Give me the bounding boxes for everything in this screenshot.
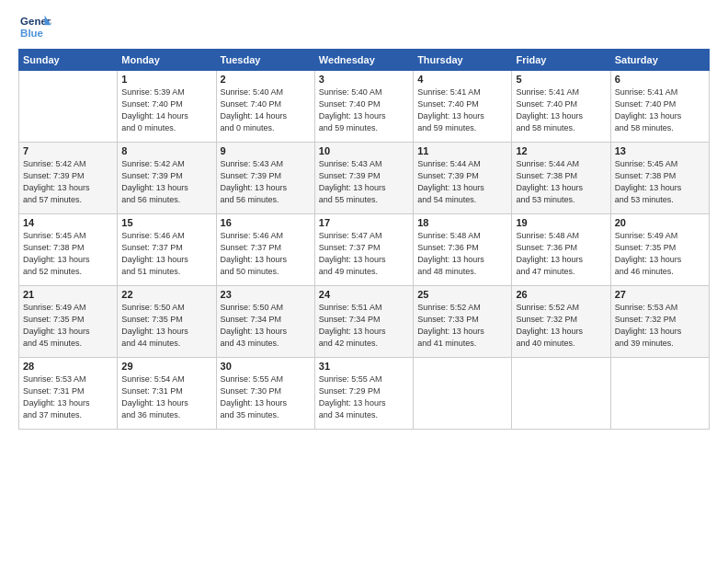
calendar-cell: 13Sunrise: 5:45 AM Sunset: 7:38 PM Dayli… (610, 143, 709, 214)
calendar-cell: 6Sunrise: 5:41 AM Sunset: 7:40 PM Daylig… (610, 71, 709, 143)
day-number: 2 (221, 74, 311, 85)
day-info: Sunrise: 5:55 AM Sunset: 7:30 PM Dayligh… (221, 373, 311, 421)
calendar-cell: 29Sunrise: 5:54 AM Sunset: 7:31 PM Dayli… (118, 358, 216, 430)
day-number: 6 (615, 74, 705, 85)
day-number: 20 (615, 217, 705, 228)
day-info: Sunrise: 5:44 AM Sunset: 7:39 PM Dayligh… (417, 158, 507, 206)
calendar-cell (414, 358, 512, 430)
day-info: Sunrise: 5:41 AM Sunset: 7:40 PM Dayligh… (516, 86, 606, 134)
calendar-cell: 15Sunrise: 5:46 AM Sunset: 7:37 PM Dayli… (118, 214, 216, 286)
calendar-week-1: 1Sunrise: 5:39 AM Sunset: 7:40 PM Daylig… (19, 71, 710, 143)
calendar-cell: 16Sunrise: 5:46 AM Sunset: 7:37 PM Dayli… (216, 214, 314, 286)
calendar-week-5: 28Sunrise: 5:53 AM Sunset: 7:31 PM Dayli… (19, 358, 710, 430)
calendar-cell: 26Sunrise: 5:52 AM Sunset: 7:32 PM Dayli… (512, 286, 610, 358)
day-number: 15 (121, 217, 211, 228)
calendar-cell: 24Sunrise: 5:51 AM Sunset: 7:34 PM Dayli… (314, 286, 413, 358)
day-number: 22 (121, 289, 211, 300)
day-info: Sunrise: 5:51 AM Sunset: 7:34 PM Dayligh… (319, 302, 409, 350)
col-header-sunday: Sunday (19, 50, 118, 71)
calendar-cell: 22Sunrise: 5:50 AM Sunset: 7:35 PM Dayli… (118, 286, 216, 358)
day-info: Sunrise: 5:41 AM Sunset: 7:40 PM Dayligh… (615, 86, 705, 134)
calendar-cell: 17Sunrise: 5:47 AM Sunset: 7:37 PM Dayli… (314, 214, 413, 286)
day-number: 14 (23, 217, 113, 228)
calendar-cell: 4Sunrise: 5:41 AM Sunset: 7:40 PM Daylig… (414, 71, 512, 143)
day-info: Sunrise: 5:54 AM Sunset: 7:31 PM Dayligh… (121, 373, 211, 421)
day-number: 10 (319, 145, 409, 156)
calendar-header-row: SundayMondayTuesdayWednesdayThursdayFrid… (19, 50, 710, 71)
day-number: 8 (121, 145, 211, 156)
calendar-cell: 27Sunrise: 5:53 AM Sunset: 7:32 PM Dayli… (610, 286, 709, 358)
col-header-friday: Friday (512, 50, 610, 71)
day-info: Sunrise: 5:49 AM Sunset: 7:35 PM Dayligh… (615, 230, 705, 278)
day-info: Sunrise: 5:49 AM Sunset: 7:35 PM Dayligh… (23, 302, 113, 350)
day-number: 23 (221, 289, 311, 300)
calendar-cell: 12Sunrise: 5:44 AM Sunset: 7:38 PM Dayli… (512, 143, 610, 214)
calendar-cell (610, 358, 709, 430)
header: General Blue (18, 14, 710, 41)
day-info: Sunrise: 5:52 AM Sunset: 7:33 PM Dayligh… (417, 302, 507, 350)
calendar-cell: 28Sunrise: 5:53 AM Sunset: 7:31 PM Dayli… (19, 358, 118, 430)
calendar-cell: 25Sunrise: 5:52 AM Sunset: 7:33 PM Dayli… (414, 286, 512, 358)
day-number: 13 (615, 145, 705, 156)
day-number: 9 (221, 145, 311, 156)
day-info: Sunrise: 5:42 AM Sunset: 7:39 PM Dayligh… (23, 158, 113, 206)
day-info: Sunrise: 5:52 AM Sunset: 7:32 PM Dayligh… (516, 302, 606, 350)
calendar-week-3: 14Sunrise: 5:45 AM Sunset: 7:38 PM Dayli… (19, 214, 710, 286)
col-header-monday: Monday (118, 50, 216, 71)
day-info: Sunrise: 5:46 AM Sunset: 7:37 PM Dayligh… (121, 230, 211, 278)
calendar-cell: 18Sunrise: 5:48 AM Sunset: 7:36 PM Dayli… (414, 214, 512, 286)
day-info: Sunrise: 5:44 AM Sunset: 7:38 PM Dayligh… (516, 158, 606, 206)
day-number: 12 (516, 145, 606, 156)
col-header-tuesday: Tuesday (216, 50, 314, 71)
calendar-cell (512, 358, 610, 430)
calendar-cell: 14Sunrise: 5:45 AM Sunset: 7:38 PM Dayli… (19, 214, 118, 286)
col-header-thursday: Thursday (414, 50, 512, 71)
calendar-cell (19, 71, 118, 143)
calendar-cell: 20Sunrise: 5:49 AM Sunset: 7:35 PM Dayli… (610, 214, 709, 286)
calendar-cell: 9Sunrise: 5:43 AM Sunset: 7:39 PM Daylig… (216, 143, 314, 214)
day-info: Sunrise: 5:48 AM Sunset: 7:36 PM Dayligh… (516, 230, 606, 278)
day-info: Sunrise: 5:45 AM Sunset: 7:38 PM Dayligh… (615, 158, 705, 206)
calendar-cell: 10Sunrise: 5:43 AM Sunset: 7:39 PM Dayli… (314, 143, 413, 214)
day-number: 25 (417, 289, 507, 300)
calendar-cell: 11Sunrise: 5:44 AM Sunset: 7:39 PM Dayli… (414, 143, 512, 214)
day-number: 27 (615, 289, 705, 300)
day-info: Sunrise: 5:39 AM Sunset: 7:40 PM Dayligh… (121, 86, 211, 134)
day-number: 3 (319, 74, 409, 85)
day-number: 1 (121, 74, 211, 85)
day-info: Sunrise: 5:50 AM Sunset: 7:34 PM Dayligh… (221, 302, 311, 350)
calendar-table: SundayMondayTuesdayWednesdayThursdayFrid… (18, 49, 710, 430)
calendar-cell: 19Sunrise: 5:48 AM Sunset: 7:36 PM Dayli… (512, 214, 610, 286)
calendar-cell: 30Sunrise: 5:55 AM Sunset: 7:30 PM Dayli… (216, 358, 314, 430)
calendar-cell: 31Sunrise: 5:55 AM Sunset: 7:29 PM Dayli… (314, 358, 413, 430)
day-info: Sunrise: 5:42 AM Sunset: 7:39 PM Dayligh… (121, 158, 211, 206)
calendar-cell: 2Sunrise: 5:40 AM Sunset: 7:40 PM Daylig… (216, 71, 314, 143)
calendar-cell: 1Sunrise: 5:39 AM Sunset: 7:40 PM Daylig… (118, 71, 216, 143)
calendar-cell: 7Sunrise: 5:42 AM Sunset: 7:39 PM Daylig… (19, 143, 118, 214)
day-info: Sunrise: 5:45 AM Sunset: 7:38 PM Dayligh… (23, 230, 113, 278)
day-info: Sunrise: 5:50 AM Sunset: 7:35 PM Dayligh… (121, 302, 211, 350)
day-number: 26 (516, 289, 606, 300)
day-number: 18 (417, 217, 507, 228)
day-number: 21 (23, 289, 113, 300)
day-number: 30 (221, 361, 311, 372)
logo: General Blue (18, 14, 57, 41)
day-info: Sunrise: 5:46 AM Sunset: 7:37 PM Dayligh… (221, 230, 311, 278)
day-info: Sunrise: 5:53 AM Sunset: 7:32 PM Dayligh… (615, 302, 705, 350)
day-info: Sunrise: 5:47 AM Sunset: 7:37 PM Dayligh… (319, 230, 409, 278)
day-number: 7 (23, 145, 113, 156)
calendar-cell: 23Sunrise: 5:50 AM Sunset: 7:34 PM Dayli… (216, 286, 314, 358)
day-info: Sunrise: 5:53 AM Sunset: 7:31 PM Dayligh… (23, 373, 113, 421)
day-number: 31 (319, 361, 409, 372)
day-number: 11 (417, 145, 507, 156)
day-info: Sunrise: 5:40 AM Sunset: 7:40 PM Dayligh… (319, 86, 409, 134)
page: General Blue SundayMondayTuesdayWednesda… (0, 0, 728, 563)
day-number: 19 (516, 217, 606, 228)
day-number: 5 (516, 74, 606, 85)
day-info: Sunrise: 5:40 AM Sunset: 7:40 PM Dayligh… (221, 86, 311, 134)
day-info: Sunrise: 5:55 AM Sunset: 7:29 PM Dayligh… (319, 373, 409, 421)
day-number: 29 (121, 361, 211, 372)
col-header-wednesday: Wednesday (314, 50, 413, 71)
day-number: 16 (221, 217, 311, 228)
calendar-cell: 3Sunrise: 5:40 AM Sunset: 7:40 PM Daylig… (314, 71, 413, 143)
